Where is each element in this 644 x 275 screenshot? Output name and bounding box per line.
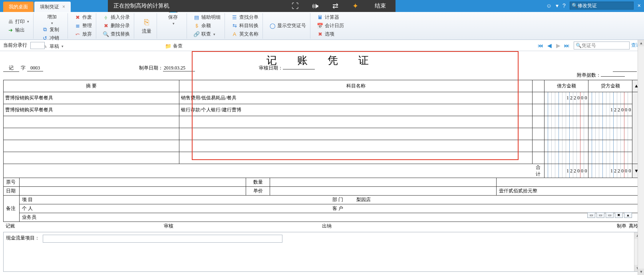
aux-detail-button[interactable]: ▤辅助明细	[192, 14, 222, 21]
current-line-input[interactable]	[30, 42, 45, 49]
main-scrollbar[interactable]: ▲ ▼	[638, 40, 644, 275]
top-search-input[interactable]	[578, 3, 626, 8]
nav-prev-icon[interactable]: ◀	[546, 42, 553, 49]
cell-account[interactable]	[179, 152, 533, 164]
scroll-up-icon[interactable]: ▲	[638, 40, 644, 46]
tiny-btn-4[interactable]: ✖	[615, 212, 623, 218]
cell-summary[interactable]: 曹博报销购买早餐餐具	[4, 104, 179, 116]
cell-debit[interactable]: 122000	[545, 92, 588, 104]
cell-summary[interactable]	[4, 152, 179, 164]
voucher-area: 记 账 凭 证 记 字 0003 制单日期： 2019.03.25 审核日期： …	[0, 51, 644, 231]
close-icon[interactable]: ×	[62, 4, 65, 10]
remote-icons: ⛶ 🕪 ⇄ ✦ 结束	[291, 2, 390, 10]
cell-aux[interactable]	[533, 116, 545, 128]
cell-aux[interactable]	[533, 152, 545, 164]
cell-summary[interactable]	[4, 140, 179, 152]
eng-name-button[interactable]: A英文名称	[230, 30, 260, 38]
title-right: ☺ ▾ ? 🔍 ×	[546, 2, 641, 10]
table-row[interactable]: 曹博报销购买早餐餐具银行存款/个人银行/建行曹博122000	[4, 104, 641, 116]
smile-icon[interactable]: ☺	[546, 2, 552, 9]
star-icon[interactable]: ✦	[351, 2, 360, 10]
header-debit: 借方金额	[545, 80, 588, 92]
table-row[interactable]: 曹博报销购买早餐餐具销售费用/低值易耗品/餐具122000	[4, 92, 641, 104]
table-row[interactable]	[4, 116, 641, 128]
make-date-value[interactable]: 2019.03.25	[163, 65, 195, 71]
tab-home[interactable]: 我的桌面	[3, 2, 34, 12]
end-remote-button[interactable]: 结束	[371, 2, 390, 10]
cell-credit[interactable]	[588, 128, 632, 140]
tiny-btn-2[interactable]: ▭	[596, 212, 604, 218]
scroll-down-icon[interactable]: ▼	[638, 269, 644, 275]
options-button[interactable]: ✖选项	[315, 30, 346, 38]
copy-button[interactable]: ⧉复制	[40, 26, 65, 34]
balance-button[interactable]: ＄余额	[192, 22, 222, 30]
transfer-icon[interactable]: ⇄	[331, 2, 340, 10]
nav-first-icon[interactable]: ⏮	[537, 42, 544, 49]
cell-account[interactable]	[179, 116, 533, 128]
insert-line-button[interactable]: ⎀插入分录	[101, 14, 131, 21]
insert-icon: ⎀	[103, 14, 109, 21]
cell-aux[interactable]	[533, 92, 545, 104]
calc-button[interactable]: 🖩计算器	[315, 14, 346, 21]
cell-account[interactable]	[179, 140, 533, 152]
tiny-btn-1[interactable]: ▭	[587, 212, 595, 218]
acct-switch-button[interactable]: ⇆科目转换	[230, 22, 260, 30]
link-button[interactable]: 🔗联查▾	[192, 30, 222, 38]
cell-aux[interactable]	[533, 104, 545, 116]
nav-next-icon[interactable]: ▶	[555, 42, 562, 49]
attach-value[interactable]	[601, 76, 625, 77]
nav-last-icon[interactable]: ⏭	[563, 42, 570, 49]
discard-button[interactable]: ⤺放弃	[73, 30, 93, 38]
export-button[interactable]: ➜输出	[6, 26, 31, 34]
backup-button[interactable]: 📁备查	[163, 42, 184, 50]
offset-button[interactable]: ↺冲销	[40, 34, 65, 42]
tiny-btn-5[interactable]: ▲	[624, 212, 632, 218]
find-replace-button[interactable]: 🔍查找替换	[101, 30, 131, 38]
voucher-no-input[interactable]	[582, 43, 626, 48]
cell-credit[interactable]	[588, 140, 632, 152]
cell-summary[interactable]	[4, 116, 179, 128]
cell-credit[interactable]	[588, 152, 632, 164]
calendar-button[interactable]: 📅会计日历	[315, 22, 346, 30]
cell-summary[interactable]	[4, 128, 179, 140]
dropdown-icon[interactable]: ▾	[556, 2, 559, 9]
cashflow-input[interactable]	[43, 235, 282, 243]
cell-debit[interactable]	[545, 116, 588, 128]
date-label: 日期	[4, 187, 20, 195]
voucher-number[interactable]: 0003	[27, 65, 43, 71]
cell-account[interactable]: 销售费用/低值易耗品/餐具	[179, 92, 533, 104]
table-row[interactable]	[4, 152, 641, 164]
cell-account[interactable]: 银行存款/个人银行/建行曹博	[179, 104, 533, 116]
sound-icon[interactable]: 🕪	[311, 2, 320, 10]
help-icon[interactable]: ?	[563, 2, 566, 9]
fullscreen-icon[interactable]: ⛶	[291, 2, 300, 10]
show-empty-button[interactable]: ◯显示空凭证号	[268, 22, 308, 30]
tiny-btn-3[interactable]: ▭	[606, 212, 614, 218]
flow-button[interactable]: ⎘流量	[139, 16, 154, 36]
table-row[interactable]	[4, 128, 641, 140]
cell-debit[interactable]	[545, 128, 588, 140]
find-split-button[interactable]: ☰查找分单	[230, 14, 260, 21]
cell-aux[interactable]	[533, 128, 545, 140]
cell-account[interactable]	[179, 128, 533, 140]
print-button[interactable]: 🖶打印▾	[6, 18, 31, 26]
cell-debit[interactable]	[545, 104, 588, 116]
void-button[interactable]: ✖作废	[73, 14, 93, 21]
clear-search-icon[interactable]: ×	[638, 2, 641, 9]
top-search[interactable]: 🔍	[570, 2, 634, 10]
tab-voucher[interactable]: 填制凭证 ×	[34, 2, 71, 12]
cell-debit[interactable]	[545, 152, 588, 164]
cell-credit[interactable]: 122000	[588, 104, 632, 116]
table-row[interactable]	[4, 140, 641, 152]
voucher-no-box[interactable]: 🔍	[574, 42, 630, 49]
cell-credit[interactable]	[588, 116, 632, 128]
remote-status-text: 正在控制高玲的计算机	[113, 2, 291, 10]
delete-line-button[interactable]: ✖删除分录	[101, 22, 131, 30]
split-icon: ☰	[231, 14, 238, 21]
tidy-button[interactable]: ≣整理	[73, 22, 93, 30]
cell-summary[interactable]: 曹博报销购买早餐餐具	[4, 92, 179, 104]
cell-debit[interactable]	[545, 140, 588, 152]
cell-credit[interactable]	[588, 92, 632, 104]
blank-field	[613, 65, 637, 72]
cell-aux[interactable]	[533, 140, 545, 152]
